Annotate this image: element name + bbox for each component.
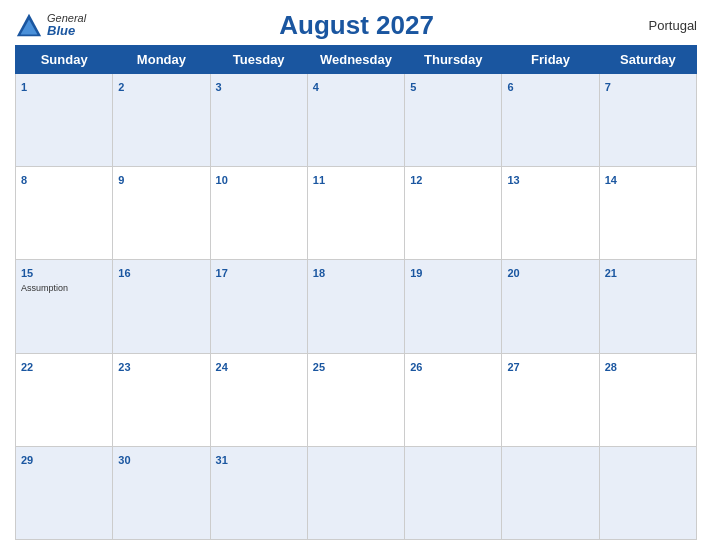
calendar-day-cell: 31 bbox=[210, 446, 307, 539]
calendar-day-cell: 6 bbox=[502, 74, 599, 167]
calendar-day-cell: 27 bbox=[502, 353, 599, 446]
date-number: 2 bbox=[118, 81, 124, 93]
date-number: 8 bbox=[21, 174, 27, 186]
calendar-day-cell: 21 bbox=[599, 260, 696, 353]
calendar-day-cell: 18 bbox=[307, 260, 404, 353]
date-number: 20 bbox=[507, 267, 519, 279]
date-number: 5 bbox=[410, 81, 416, 93]
date-number: 30 bbox=[118, 454, 130, 466]
date-number: 3 bbox=[216, 81, 222, 93]
logo-icon bbox=[15, 12, 43, 40]
weekday-header-row: Sunday Monday Tuesday Wednesday Thursday… bbox=[16, 46, 697, 74]
calendar-week-2: 891011121314 bbox=[16, 167, 697, 260]
date-number: 28 bbox=[605, 361, 617, 373]
header-monday: Monday bbox=[113, 46, 210, 74]
calendar-day-cell: 5 bbox=[405, 74, 502, 167]
calendar-day-cell: 12 bbox=[405, 167, 502, 260]
calendar-day-cell: 25 bbox=[307, 353, 404, 446]
date-number: 15 bbox=[21, 267, 33, 279]
calendar-title: August 2027 bbox=[86, 10, 627, 41]
date-number: 24 bbox=[216, 361, 228, 373]
calendar-day-cell: 16 bbox=[113, 260, 210, 353]
calendar-day-cell: 11 bbox=[307, 167, 404, 260]
date-number: 6 bbox=[507, 81, 513, 93]
date-number: 31 bbox=[216, 454, 228, 466]
date-number: 19 bbox=[410, 267, 422, 279]
header-thursday: Thursday bbox=[405, 46, 502, 74]
date-number: 21 bbox=[605, 267, 617, 279]
calendar-day-cell: 4 bbox=[307, 74, 404, 167]
date-number: 27 bbox=[507, 361, 519, 373]
calendar-day-cell: 14 bbox=[599, 167, 696, 260]
header-saturday: Saturday bbox=[599, 46, 696, 74]
date-number: 10 bbox=[216, 174, 228, 186]
date-number: 4 bbox=[313, 81, 319, 93]
date-number: 9 bbox=[118, 174, 124, 186]
date-number: 1 bbox=[21, 81, 27, 93]
logo-text: General Blue bbox=[47, 12, 86, 38]
calendar-day-cell: 23 bbox=[113, 353, 210, 446]
calendar-week-3: 15Assumption161718192021 bbox=[16, 260, 697, 353]
logo: General Blue bbox=[15, 12, 86, 40]
calendar-day-cell: 22 bbox=[16, 353, 113, 446]
date-number: 12 bbox=[410, 174, 422, 186]
calendar-day-cell: 2 bbox=[113, 74, 210, 167]
calendar-day-cell: 30 bbox=[113, 446, 210, 539]
date-number: 14 bbox=[605, 174, 617, 186]
calendar-day-cell: 1 bbox=[16, 74, 113, 167]
calendar-day-cell bbox=[405, 446, 502, 539]
calendar-day-cell: 9 bbox=[113, 167, 210, 260]
date-number: 16 bbox=[118, 267, 130, 279]
calendar-table: Sunday Monday Tuesday Wednesday Thursday… bbox=[15, 45, 697, 540]
calendar-day-cell: 24 bbox=[210, 353, 307, 446]
date-number: 22 bbox=[21, 361, 33, 373]
date-number: 18 bbox=[313, 267, 325, 279]
calendar-day-cell: 10 bbox=[210, 167, 307, 260]
calendar-day-cell: 19 bbox=[405, 260, 502, 353]
calendar-day-cell: 8 bbox=[16, 167, 113, 260]
calendar-day-cell bbox=[599, 446, 696, 539]
date-number: 29 bbox=[21, 454, 33, 466]
calendar-day-cell: 29 bbox=[16, 446, 113, 539]
calendar-header: General Blue August 2027 Portugal bbox=[15, 10, 697, 41]
calendar-day-cell bbox=[502, 446, 599, 539]
date-number: 23 bbox=[118, 361, 130, 373]
date-number: 7 bbox=[605, 81, 611, 93]
calendar-day-cell: 3 bbox=[210, 74, 307, 167]
holiday-label: Assumption bbox=[21, 283, 107, 293]
calendar-day-cell: 15Assumption bbox=[16, 260, 113, 353]
calendar-week-5: 293031 bbox=[16, 446, 697, 539]
calendar-day-cell: 17 bbox=[210, 260, 307, 353]
header-sunday: Sunday bbox=[16, 46, 113, 74]
calendar-day-cell: 7 bbox=[599, 74, 696, 167]
header-wednesday: Wednesday bbox=[307, 46, 404, 74]
date-number: 17 bbox=[216, 267, 228, 279]
calendar-day-cell: 26 bbox=[405, 353, 502, 446]
header-friday: Friday bbox=[502, 46, 599, 74]
date-number: 13 bbox=[507, 174, 519, 186]
date-number: 11 bbox=[313, 174, 325, 186]
date-number: 26 bbox=[410, 361, 422, 373]
logo-blue-text: Blue bbox=[47, 24, 86, 38]
calendar-day-cell: 28 bbox=[599, 353, 696, 446]
calendar-day-cell: 13 bbox=[502, 167, 599, 260]
country-label: Portugal bbox=[627, 18, 697, 33]
calendar-day-cell: 20 bbox=[502, 260, 599, 353]
calendar-week-4: 22232425262728 bbox=[16, 353, 697, 446]
header-tuesday: Tuesday bbox=[210, 46, 307, 74]
calendar-day-cell bbox=[307, 446, 404, 539]
date-number: 25 bbox=[313, 361, 325, 373]
calendar-week-1: 1234567 bbox=[16, 74, 697, 167]
